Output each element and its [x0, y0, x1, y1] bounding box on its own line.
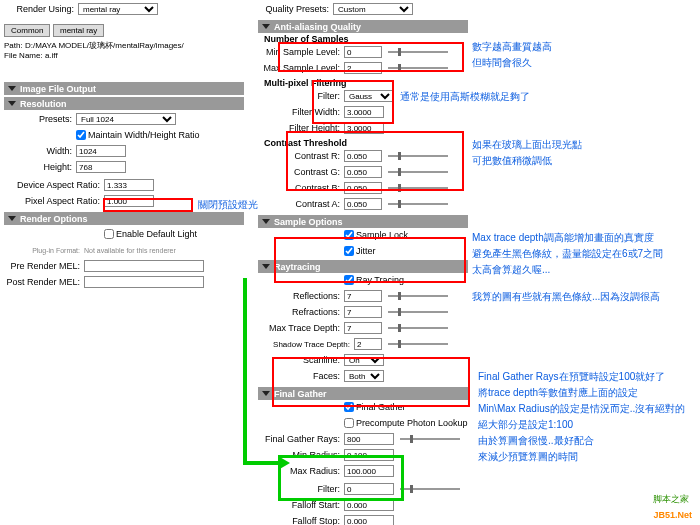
fg-fstop-input[interactable]	[344, 515, 394, 525]
annot-ray-4: 我算的圖有些就有黑色條紋...因為沒調很高	[472, 290, 660, 304]
fg-rays-input[interactable]	[344, 433, 394, 445]
annot-fg-4: 絕大部分是設定1:100	[478, 418, 573, 432]
highlight-raytrace	[274, 237, 466, 283]
render-path: Path: D:/MAYA MODEL/玻璃杯/mentalRay/images…	[4, 40, 244, 51]
tab-mentalray[interactable]: mental ray	[53, 24, 104, 37]
refractions-input[interactable]	[344, 306, 382, 318]
annot-fg-5: 由於算圖會很慢..最好配合	[478, 434, 594, 448]
annot-filter: 通常是使用高斯模糊就足夠了	[400, 90, 530, 104]
section-antialiasing[interactable]: Anti-aliasing Quality	[258, 20, 468, 33]
highlight-default-light	[103, 198, 193, 212]
annot-fg-2: 將trace depth等數值對應上面的設定	[478, 386, 638, 400]
annot-ray-1: Max trace depth調高能增加畫面的真實度	[472, 231, 654, 245]
section-sample-options[interactable]: Sample Options	[258, 215, 468, 228]
pre-render-mel-input[interactable]	[84, 260, 204, 272]
tab-common[interactable]: Common	[4, 24, 50, 37]
contrast-a-slider[interactable]	[388, 203, 448, 205]
height-input[interactable]	[76, 161, 126, 173]
annot-ray-3: 太高會算超久喔...	[472, 263, 550, 277]
highlight-samples	[278, 42, 464, 72]
contrast-a-input[interactable]	[344, 198, 382, 210]
annot-contrast-2: 可把數值稍微調低	[472, 154, 552, 168]
highlight-filtering	[312, 80, 394, 124]
section-resolution[interactable]: Resolution	[4, 97, 244, 110]
maintain-ratio-checkbox[interactable]	[76, 130, 86, 140]
dar-input[interactable]	[104, 179, 154, 191]
enable-default-light-checkbox[interactable]	[104, 229, 114, 239]
fg-rays-slider[interactable]	[400, 438, 460, 440]
section-render-options[interactable]: Render Options	[4, 212, 244, 225]
collapse-icon	[8, 216, 16, 221]
highlight-contrast	[286, 131, 464, 191]
annot-fg-3: Min\Max Radius的設定是情況而定..沒有絕對的	[478, 402, 685, 416]
file-name: File Name: a.iff	[4, 51, 244, 60]
annot-fg-6: 來減少預覽算圖的時間	[478, 450, 578, 464]
precompute-photon-checkbox[interactable]	[344, 418, 354, 428]
arrow-icon	[230, 278, 300, 478]
collapse-icon	[262, 219, 270, 224]
section-image-file-output[interactable]: Image File Output	[4, 82, 244, 95]
render-using-label: Render Using:	[4, 4, 78, 14]
annot-default-light: 關閉預設燈光	[198, 198, 258, 212]
presets-select[interactable]: Full 1024	[76, 113, 176, 125]
width-input[interactable]	[76, 145, 126, 157]
fg-filter-slider[interactable]	[400, 488, 460, 490]
watermark-logo: 脚本之家 JB51.Net	[653, 490, 692, 521]
render-using-select[interactable]: mental ray	[78, 3, 158, 15]
shadow-slider[interactable]	[388, 343, 448, 345]
highlight-fg-main	[272, 357, 470, 407]
refractions-slider[interactable]	[388, 311, 448, 313]
post-render-mel-input[interactable]	[84, 276, 204, 288]
reflections-input[interactable]	[344, 290, 382, 302]
collapse-icon	[8, 101, 16, 106]
annot-samples-1: 數字越高畫質越高	[472, 40, 552, 54]
max-trace-depth-input[interactable]	[344, 322, 382, 334]
collapse-icon	[8, 86, 16, 91]
shadow-trace-input[interactable]	[354, 338, 382, 350]
annot-contrast-1: 如果在玻璃上面出現光點	[472, 138, 582, 152]
collapse-icon	[262, 24, 270, 29]
annot-ray-2: 避免產生黑色條紋，盡量能設定在6或7之間	[472, 247, 663, 261]
quality-presets-select[interactable]: Custom	[333, 3, 413, 15]
reflections-slider[interactable]	[388, 295, 448, 297]
max-trace-slider[interactable]	[388, 327, 448, 329]
annot-fg-1: Final Gather Rays在預覽時設定100就好了	[478, 370, 665, 384]
collapse-icon	[262, 264, 270, 269]
annot-samples-2: 但時間會很久	[472, 56, 532, 70]
